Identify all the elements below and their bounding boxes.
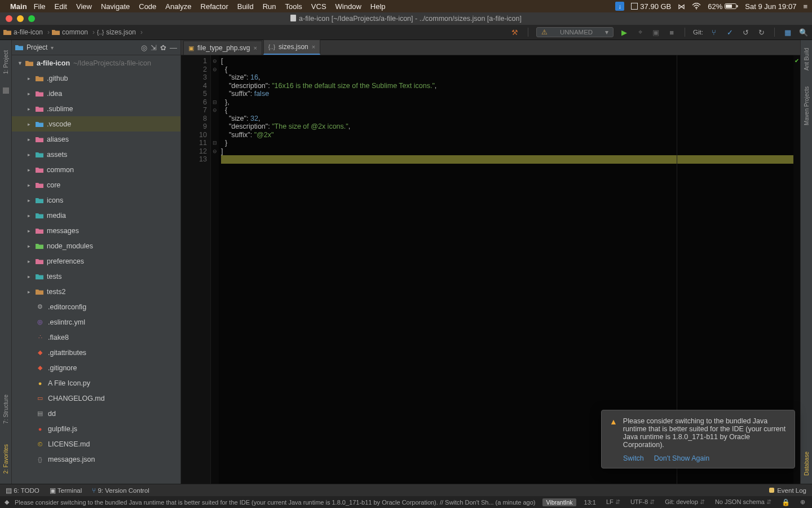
tree-file-eslintrcyml[interactable]: ◎.eslintrc.yml xyxy=(12,314,180,330)
menu-navigate[interactable]: Navigate xyxy=(101,2,130,11)
menu-window[interactable]: Window xyxy=(336,2,361,11)
menu-edit[interactable]: Edit xyxy=(55,2,67,11)
tree-dir-common[interactable]: ▸common xyxy=(12,162,180,177)
status-indicator-icon[interactable]: ◆ xyxy=(5,498,9,506)
file-encoding[interactable]: UTF-8 ⇵ xyxy=(628,498,657,506)
tree-dir-icons[interactable]: ▸icons xyxy=(12,192,180,208)
code-line-7[interactable]: { xyxy=(221,106,793,115)
zoom-window-button[interactable] xyxy=(28,15,35,22)
collapse-all-icon[interactable]: ⇲ xyxy=(151,43,157,52)
menu-extras-icon[interactable]: ≡ xyxy=(803,2,807,11)
run-config-selector[interactable]: ⚠ UNNAMED ▾ xyxy=(536,27,614,37)
status-message[interactable]: Please consider switching to the bundled… xyxy=(15,499,537,506)
tree-dir-github[interactable]: ▸.github xyxy=(12,71,180,86)
close-window-button[interactable] xyxy=(6,15,12,22)
vcs-update-icon[interactable]: ✓ xyxy=(725,27,735,37)
terminal-toolwindow-button[interactable]: ▣ Terminal xyxy=(50,487,82,494)
menu-analyze[interactable]: Analyze xyxy=(165,2,191,11)
line-separator[interactable]: LF ⇵ xyxy=(604,498,623,506)
tree-file-LICENSEmd[interactable]: ©LICENSE.md xyxy=(12,436,180,452)
bowtie-icon[interactable]: ⋈ xyxy=(678,2,685,11)
tree-file-CHANGELOGmd[interactable]: ▭CHANGELOG.md xyxy=(12,391,180,406)
menu-tools[interactable]: Tools xyxy=(285,2,302,11)
tree-dir-tests[interactable]: ▸tests xyxy=(12,269,180,284)
wifi-icon[interactable] xyxy=(692,3,701,10)
color-scheme-chip[interactable]: VibrantInk xyxy=(542,498,576,506)
editor-tab-sizesjson[interactable]: {..}sizes.json× xyxy=(263,40,320,55)
tree-dir-sublime[interactable]: ▸.sublime xyxy=(12,101,180,116)
tree-file-gulpfilejs[interactable]: ●gulpfile.js xyxy=(12,421,180,436)
tree-file-editorconfig[interactable]: ⚙.editorconfig xyxy=(12,299,180,314)
menu-refactor[interactable]: Refactor xyxy=(201,2,228,11)
breadcrumb-folder[interactable]: common xyxy=(52,28,88,36)
code-line-10[interactable]: "suffix": "@2x" xyxy=(221,131,793,139)
editor-tab-file_type_phpsvg[interactable]: ▣file_type_php.svg× xyxy=(183,41,262,55)
tree-file-gitattributes[interactable]: ◆.gitattributes xyxy=(12,345,180,360)
json-schema-status[interactable]: No JSON schema ⇵ xyxy=(713,498,774,506)
debug-button[interactable]: ⌖ xyxy=(635,27,645,37)
tree-dir-core[interactable]: ▸core xyxy=(12,177,180,192)
event-log-button[interactable]: Event Log xyxy=(769,487,806,494)
app-name[interactable]: Main xyxy=(10,2,27,11)
toolwindow-structure-tab[interactable]: 7: Structure xyxy=(3,395,9,424)
code-line-5[interactable]: "suffix": false xyxy=(221,90,793,98)
code-line-13[interactable] xyxy=(221,155,793,164)
tree-dir-aliases[interactable]: ▸aliases xyxy=(12,132,180,147)
code-line-6[interactable]: }, xyxy=(221,98,793,107)
tree-dir-messages[interactable]: ▸messages xyxy=(12,223,180,238)
code-line-1[interactable]: [ xyxy=(221,57,793,65)
gear-icon[interactable]: ✿ xyxy=(160,43,166,52)
code-line-4[interactable]: "description": "16x16 is the default siz… xyxy=(221,82,793,90)
run-button[interactable]: ▶ xyxy=(619,27,629,37)
tree-file-flake8[interactable]: ∴.flake8 xyxy=(12,330,180,345)
tree-dir-idea[interactable]: ▸.idea xyxy=(12,86,180,101)
menu-code[interactable]: Code xyxy=(139,2,156,11)
close-tab-icon[interactable]: × xyxy=(253,45,257,51)
battery-status[interactable]: 62% xyxy=(708,2,738,11)
tree-file-messagesjson[interactable]: {}messages.json xyxy=(12,452,180,467)
code-line-12[interactable]: ] xyxy=(221,147,793,156)
tree-dir-assets[interactable]: ▸assets xyxy=(12,147,180,162)
disk-usage[interactable]: 37.90 GB xyxy=(631,2,671,11)
menubar-extra-icon[interactable]: ↓ xyxy=(615,2,624,11)
menu-view[interactable]: View xyxy=(76,2,92,11)
fold-gutter[interactable]: ⊖⊖⊟⊖⊟⊖ xyxy=(211,55,219,484)
menu-file[interactable]: File xyxy=(34,2,46,11)
code-line-2[interactable]: { xyxy=(221,65,793,74)
vcs-rollback-icon[interactable]: ↻ xyxy=(756,27,766,37)
toolwindow-favorites-tab[interactable]: 2: Favorites xyxy=(3,444,9,474)
line-number-gutter[interactable]: 12345678910111213 xyxy=(181,55,211,484)
code-line-8[interactable]: "size": 32, xyxy=(221,115,793,123)
code-line-9[interactable]: "description": "The size of @2x icons.", xyxy=(221,122,793,131)
toolwindow-maven-tab[interactable]: Maven Projects xyxy=(804,86,810,125)
run-with-coverage-button[interactable]: ▣ xyxy=(651,27,661,37)
breadcrumb-file[interactable]: {..}sizes.json xyxy=(97,28,136,36)
clock[interactable]: Sat 9 Jun 19:07 xyxy=(745,2,796,11)
toolwindow-square-icon[interactable] xyxy=(3,87,9,94)
vcs-history-icon[interactable]: ↺ xyxy=(740,27,751,37)
chevron-down-icon[interactable]: ▾ xyxy=(51,45,54,51)
tree-file-dd[interactable]: ▤dd xyxy=(12,406,180,421)
tree-dir-vscode[interactable]: ▸.vscode xyxy=(12,116,180,132)
stop-button[interactable]: ■ xyxy=(667,27,677,37)
code-line-11[interactable]: } xyxy=(221,139,793,147)
code-line-3[interactable]: "size": 16, xyxy=(221,73,793,82)
readonly-lock-icon[interactable]: 🔒 xyxy=(779,498,792,506)
toolwindow-ant-tab[interactable]: Ant Build xyxy=(804,48,810,71)
tree-file-gitignore[interactable]: ◆.gitignore xyxy=(12,360,180,375)
search-everywhere-icon[interactable]: 🔍 xyxy=(798,27,809,37)
project-tree[interactable]: ▼a-file-icon~/IdeaProjects/a-file-icon▸.… xyxy=(12,55,180,484)
menu-vcs[interactable]: VCS xyxy=(311,2,326,11)
breadcrumb-project[interactable]: a-file-icon xyxy=(3,28,43,36)
locate-icon[interactable]: ◎ xyxy=(141,43,147,52)
vcs-branch-icon[interactable]: ⑂ xyxy=(709,27,719,37)
menu-build[interactable]: Build xyxy=(237,2,254,11)
toolwindow-project-tab[interactable]: 1: Project xyxy=(3,50,9,74)
menu-help[interactable]: Help xyxy=(370,2,386,11)
vcs-toolwindow-button[interactable]: ⑂ 9: Version Control xyxy=(92,487,149,494)
project-title[interactable]: Project xyxy=(27,43,47,51)
tree-dir-media[interactable]: ▸media xyxy=(12,208,180,223)
toolwindow-database-tab[interactable]: Database xyxy=(804,452,810,476)
git-branch-status[interactable]: Git: develop ⇵ xyxy=(663,498,707,506)
tree-dir-preferences[interactable]: ▸preferences xyxy=(12,253,180,269)
